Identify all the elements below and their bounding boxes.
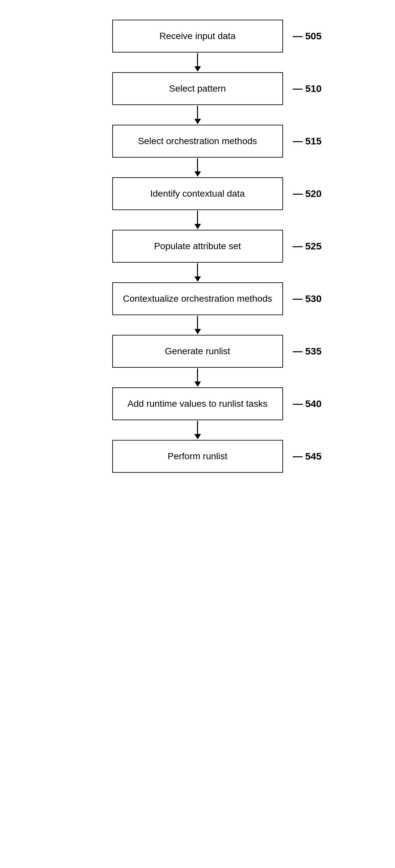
step-label-text-525: Populate attribute set [154,241,241,251]
step-ref-515: 515 [293,135,322,147]
arrow-head [194,172,201,177]
step-label-text-545: Perform runlist [168,451,227,462]
arrow-525 [66,262,329,282]
step-label-text-520: Identify contextual data [150,188,245,199]
step-label-text-505: Receive input data [159,31,236,41]
step-box-515: Select orchestration methods515 [112,125,283,158]
arrow-shape-505 [194,53,201,71]
arrow-head [194,276,201,282]
step-label-text-515: Select orchestration methods [138,136,257,147]
step-ref-545: 545 [293,451,322,462]
step-row-510: Select pattern510 [66,72,329,105]
arrow-head [194,224,201,229]
flowchart-diagram: Receive input data505Select pattern510Se… [66,20,329,473]
arrow-515 [66,158,329,177]
step-box-525: Populate attribute set525 [112,230,283,262]
arrow-520 [66,210,329,230]
arrow-535 [66,368,329,388]
arrow-530 [66,315,329,335]
step-label-text-535: Generate runlist [165,346,230,356]
arrow-shaft [197,263,198,276]
arrow-shape-535 [194,368,201,387]
step-ref-535: 535 [293,346,322,357]
arrow-shape-520 [194,211,201,229]
step-ref-530: 530 [293,293,322,304]
step-row-505: Receive input data505 [66,20,329,53]
step-ref-510: 510 [293,83,322,94]
arrow-shape-510 [194,106,201,124]
arrow-shaft [197,316,198,329]
step-row-540: Add runtime values to runlist tasks540 [66,388,329,420]
step-box-505: Receive input data505 [112,20,283,53]
step-ref-520: 520 [293,188,322,199]
step-row-545: Perform runlist545 [66,440,329,473]
arrow-shape-540 [194,421,201,439]
step-box-535: Generate runlist535 [112,335,283,368]
step-ref-525: 525 [293,241,322,252]
arrow-shaft [197,106,198,119]
arrow-505 [66,53,329,72]
step-label-text-510: Select pattern [169,83,226,94]
arrow-head [194,329,201,334]
arrow-shape-515 [194,158,201,177]
step-row-520: Identify contextual data520 [66,177,329,210]
step-row-535: Generate runlist535 [66,335,329,368]
arrow-head [194,434,201,439]
arrow-510 [66,105,329,125]
step-box-520: Identify contextual data520 [112,177,283,210]
step-label-text-540: Add runtime values to runlist tasks [127,399,267,409]
step-box-540: Add runtime values to runlist tasks540 [112,388,283,420]
step-box-510: Select pattern510 [112,72,283,105]
arrow-shaft [197,421,198,434]
arrow-shape-525 [194,263,201,282]
arrow-540 [66,420,329,440]
arrow-head [194,381,201,387]
arrow-shaft [197,368,198,381]
step-row-525: Populate attribute set525 [66,230,329,262]
step-ref-505: 505 [293,31,322,42]
step-box-545: Perform runlist545 [112,440,283,473]
step-box-530: Contextualize orchestration methods530 [112,282,283,315]
arrow-head [194,66,201,71]
step-ref-540: 540 [293,398,322,409]
step-row-515: Select orchestration methods515 [66,125,329,158]
arrow-shaft [197,53,198,66]
step-label-text-530: Contextualize orchestration methods [123,293,272,304]
arrow-shaft [197,158,198,172]
arrow-head [194,119,201,124]
arrow-shaft [197,211,198,224]
step-row-530: Contextualize orchestration methods530 [66,282,329,315]
arrow-shape-530 [194,316,201,334]
